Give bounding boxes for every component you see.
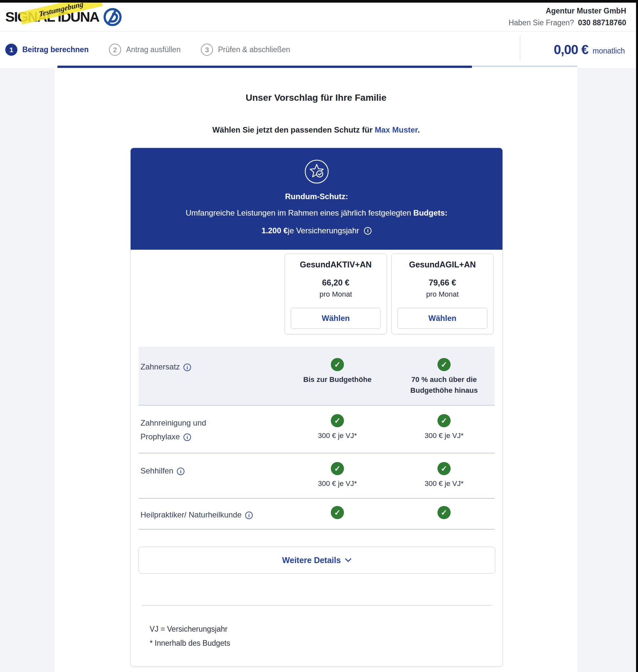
feature-row-zahnreinigung: Zahnreinigung und Prophylaxei ✓ 300 € je… <box>138 406 494 453</box>
feature-value-text: 300 € je VJ* <box>393 478 495 489</box>
feature-label-text: Zahnersatz <box>140 362 180 371</box>
footnote-vj: VJ = Versicherungsjahr <box>150 622 502 636</box>
feature-label-text: Heilpraktiker/ Naturheilkunde <box>140 510 241 519</box>
sehhilfen-info-icon[interactable]: i <box>177 468 184 475</box>
chevron-down-icon <box>345 558 352 562</box>
feature-label-line1: Zahnreinigung und <box>140 416 282 430</box>
feature-value-text: 70 % auch über die Budgethöhe hinaus <box>393 374 495 396</box>
step-pruefen-abschliessen[interactable]: 3 Prüfen & abschließen <box>201 44 290 56</box>
screenshot-top-border <box>0 0 638 3</box>
step-1-circle: 1 <box>5 44 17 56</box>
price-amount: 0,00 € <box>554 42 588 57</box>
budget-label: je Versicherungsjahr <box>288 226 359 235</box>
feature-value-text: 300 € je VJ* <box>286 430 389 441</box>
feature-value-col1: ✓ 300 € je VJ* <box>286 414 389 441</box>
tariff-price: 66,20 € <box>291 278 381 287</box>
feature-value-text: Bis zur Budgethöhe <box>286 374 389 385</box>
price-period: monatlich <box>593 44 625 55</box>
feature-label: Zahnreinigung und Prophylaxei <box>138 414 282 443</box>
choose-gesundaktiv-button[interactable]: Wählen <box>291 308 381 329</box>
check-icon: ✓ <box>331 358 344 371</box>
check-icon: ✓ <box>331 462 344 475</box>
banner-title: Rundum-Schutz: <box>150 192 483 201</box>
feature-value-col2: ✓ <box>393 506 495 519</box>
step-beitrag-berechnen[interactable]: 1 Beitrag berechnen <box>5 44 89 56</box>
feature-row-sehhilfen: Sehhilfeni ✓ 300 € je VJ* ✓ 300 € je VJ* <box>138 453 494 499</box>
header-brand-row: SIGNAL IDUNA Testumgebung Agentur Muster… <box>0 3 636 32</box>
check-icon: ✓ <box>331 414 344 427</box>
feature-row-heilpraktiker: Heilpraktiker/ Naturheilkundei ✓ ✓ <box>138 499 494 530</box>
check-icon: ✓ <box>437 358 451 371</box>
feature-label: Sehhilfeni <box>138 462 282 478</box>
footnote-divider <box>142 605 491 606</box>
tariff-name: GesundAKTIV+AN <box>291 260 381 269</box>
check-icon: ✓ <box>437 414 451 427</box>
monthly-price: 0,00 € monatlich <box>554 32 625 68</box>
feature-label: Heilpraktiker/ Naturheilkundei <box>138 506 282 522</box>
step-2-circle: 2 <box>109 44 121 56</box>
main-content-panel: Unser Vorschlag für Ihre Familie Wählen … <box>55 68 577 672</box>
feature-value-line1: 70 % auch über die <box>393 374 495 385</box>
tariff-cards-row: GesundAKTIV+AN 66,20 € pro Monat Wählen … <box>131 250 502 334</box>
feature-value-line2: Budgethöhe hinaus <box>393 385 495 396</box>
choose-gesundagil-button[interactable]: Wählen <box>398 308 487 329</box>
feature-label-text: Sehhilfen <box>140 466 173 475</box>
step-1-label: Beitrag berechnen <box>22 45 89 54</box>
questions-label: Haben Sie Fragen? <box>508 18 574 27</box>
page-title: Unser Vorschlag für Ihre Familie <box>55 93 577 103</box>
feature-label-text: Prophylaxe <box>140 432 180 441</box>
check-icon: ✓ <box>331 506 344 519</box>
zahnersatz-info-icon[interactable]: i <box>183 364 191 371</box>
feature-value-col1: ✓ Bis zur Budgethöhe <box>286 358 389 385</box>
feature-value-text: 300 € je VJ* <box>393 430 495 441</box>
agency-name: Agentur Muster GmbH <box>508 5 626 17</box>
signal-iduna-emblem-icon <box>103 7 122 27</box>
tariff-price: 79,66 € <box>398 278 487 287</box>
feature-label-line2: Prophylaxei <box>140 430 282 443</box>
more-details-label: Weitere Details <box>282 555 341 565</box>
signal-iduna-logo[interactable]: SIGNAL IDUNA Testumgebung <box>5 7 122 27</box>
feature-value-col2: ✓ 300 € je VJ* <box>393 462 495 489</box>
feature-value-col2: ✓ 300 € je VJ* <box>393 414 495 441</box>
footnote-budget: * Innerhalb des Budgets <box>150 636 502 650</box>
tariff-card-gesundaktiv: GesundAKTIV+AN 66,20 € pro Monat Wählen <box>285 254 387 334</box>
more-details-button[interactable]: Weitere Details <box>138 547 495 574</box>
banner-description-bold: Budgets: <box>413 208 447 217</box>
step-3-label: Prüfen & abschließen <box>218 45 290 54</box>
step-navigation: 1 Beitrag berechnen 2 Antrag ausfüllen 3… <box>0 32 636 68</box>
feature-comparison-table: Zahnersatzi ✓ Bis zur Budgethöhe ✓ 70 % … <box>138 347 494 530</box>
feature-value-col1: ✓ <box>286 506 389 519</box>
banner-budget-line: 1.200 € je Versicherungsjahr i <box>150 226 483 235</box>
step-3-circle: 3 <box>201 44 213 56</box>
banner-description: Umfangreiche Leistungen im Rahmen eines … <box>150 208 483 218</box>
feature-value-text: 300 € je VJ* <box>286 478 389 489</box>
feature-value-col1: ✓ 300 € je VJ* <box>286 462 389 489</box>
star-badge-icon <box>304 159 329 184</box>
tariff-price-period: pro Monat <box>398 290 487 299</box>
tariff-card-gesundagil: GesundAGIL+AN 79,66 € pro Monat Wählen <box>391 254 493 334</box>
feature-value-col2: ✓ 70 % auch über die Budgethöhe hinaus <box>393 358 495 396</box>
screenshot-right-border <box>636 0 638 672</box>
prophylaxe-info-icon[interactable]: i <box>183 434 191 441</box>
footnotes: VJ = Versicherungsjahr * Innerhalb des B… <box>150 622 502 667</box>
agency-info: Agentur Muster GmbH Haben Sie Fragen?030… <box>508 5 626 29</box>
rundum-schutz-banner: Rundum-Schutz: Umfangreiche Leistungen i… <box>131 148 502 250</box>
budget-info-icon[interactable]: i <box>364 227 371 235</box>
agency-phone: 030 88718760 <box>578 18 626 27</box>
budget-amount: 1.200 € <box>262 226 288 235</box>
tariff-price-period: pro Monat <box>291 290 381 299</box>
step-antrag-ausfuellen[interactable]: 2 Antrag ausfüllen <box>109 44 181 56</box>
check-icon: ✓ <box>437 506 451 519</box>
subtitle-prefix: Wählen Sie jetzt den passenden Schutz fü… <box>212 125 375 134</box>
offer-card: Rundum-Schutz: Umfangreiche Leistungen i… <box>130 148 503 667</box>
subtitle-suffix: . <box>418 125 420 134</box>
feature-label: Zahnersatzi <box>138 358 282 374</box>
feature-row-zahnersatz: Zahnersatzi ✓ Bis zur Budgethöhe ✓ 70 % … <box>138 347 494 406</box>
header: SIGNAL IDUNA Testumgebung Agentur Muster… <box>0 3 636 68</box>
progress-fill <box>57 66 472 68</box>
page-subtitle: Wählen Sie jetzt den passenden Schutz fü… <box>55 125 577 135</box>
heilpraktiker-info-icon[interactable]: i <box>245 511 253 519</box>
check-icon: ✓ <box>437 462 451 475</box>
header-vertical-divider <box>520 35 520 61</box>
step-2-label: Antrag ausfüllen <box>126 45 181 54</box>
